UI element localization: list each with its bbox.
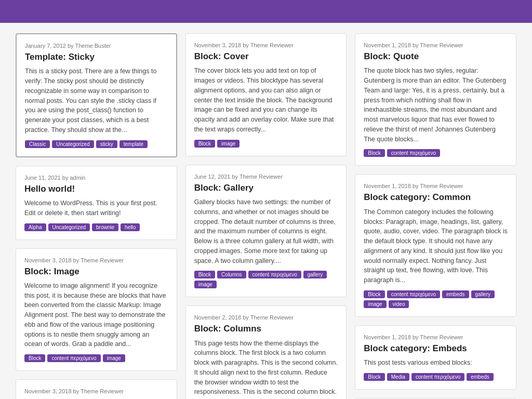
tag[interactable]: content περιχόμενο (387, 290, 440, 298)
tag[interactable]: Media (387, 373, 409, 381)
tag[interactable]: sticky (96, 140, 117, 148)
tag[interactable]: Uncategorized (52, 140, 94, 148)
main-content: January 7, 2012 by Theme BusterTemplate:… (0, 23, 532, 399)
card-block-image: November 3, 2018 by Theme ReviewerBlock:… (16, 248, 177, 371)
card-meta: January 7, 2012 by Theme Buster (25, 43, 168, 49)
tag[interactable]: Alpha (24, 223, 46, 231)
card-excerpt: The Common category includes the followi… (364, 207, 508, 285)
card-excerpt: The quote block has two styles, regular:… (364, 66, 508, 144)
card-meta: June 12, 2021 by Theme Reviewer (194, 174, 338, 180)
card-block-gallery: June 12, 2021 by Theme ReviewerBlock: Ga… (185, 165, 347, 298)
tag[interactable]: template (119, 140, 148, 148)
card-meta: November 1, 2018 by Theme Reviewer (364, 334, 508, 340)
card-tags: BlockColumnscontent περιχόμενοgalleryima… (194, 271, 338, 288)
tag[interactable]: Block (194, 140, 215, 148)
card-title[interactable]: Block: Image (24, 267, 168, 277)
card-meta: November 3, 2018 by Theme Reviewer (194, 42, 338, 48)
tag[interactable]: Block (364, 373, 384, 381)
tag[interactable]: Columns (217, 271, 246, 278)
tag[interactable]: gallery (471, 290, 495, 298)
card-meta: November 1, 2018 by Theme Reviewer (364, 183, 508, 189)
tag[interactable]: hello (121, 223, 140, 231)
card-title[interactable]: Block: Columns (194, 324, 338, 334)
card-title[interactable]: Block category: Embeds (364, 343, 508, 354)
tag[interactable]: image (103, 354, 125, 362)
card-tags: BlockMediacontent περιχόμενοembeds (364, 373, 508, 381)
card-excerpt: Welcome to image alignment! If you recog… (24, 281, 168, 349)
column-middle: November 3, 2018 by Theme ReviewerBlock:… (185, 33, 347, 399)
column-right: November 1, 2018 by Theme ReviewerBlock:… (355, 33, 516, 399)
card-meta: November 2, 2018 by Theme Reviewer (194, 314, 338, 321)
tag[interactable]: image (194, 281, 217, 288)
card-block-category-common: November 1, 2018 by Theme ReviewerBlock … (355, 174, 516, 316)
card-tags: Blockcontent περιχόμενοimage (24, 354, 168, 362)
tag[interactable]: brownie (92, 223, 118, 231)
card-hello-world: June 11, 2021 by adminHello world!Welcom… (16, 166, 177, 240)
main-nav (490, 7, 511, 16)
tag[interactable]: embeds (442, 290, 469, 298)
card-block-quote: November 1, 2018 by Theme ReviewerBlock:… (355, 33, 516, 166)
card-title[interactable]: Block: Gallery (194, 183, 338, 193)
card-title[interactable]: Block: Cover (194, 51, 338, 62)
card-title[interactable]: Block: Quote (364, 51, 508, 62)
card-template-sticky: January 7, 2012 by Theme BusterTemplate:… (16, 33, 177, 157)
tag[interactable]: content περιχόμενο (411, 373, 464, 381)
tag[interactable]: Block (194, 271, 215, 278)
tag[interactable]: gallery (303, 271, 327, 278)
card-excerpt: Gallery blocks have two settings: the nu… (194, 197, 338, 265)
tag[interactable]: content περιχόμενο (248, 271, 301, 278)
tag[interactable]: Block (24, 354, 45, 362)
tag[interactable]: Block (364, 290, 384, 298)
card-tags: Blockimage (194, 140, 338, 148)
card-excerpt: Welcome to WordPress. This is your first… (24, 198, 168, 218)
card-meta: November 1, 2018 by Theme Reviewer (364, 42, 508, 48)
card-block-category-embeds: November 1, 2018 by Theme ReviewerBlock … (355, 325, 516, 390)
card-title[interactable]: Block category: Common (364, 192, 508, 203)
tag[interactable]: embeds (467, 373, 494, 381)
site-header (0, 0, 532, 23)
card-block-button: November 3, 2018 by Theme ReviewerBlock:… (16, 379, 177, 399)
card-excerpt: The cover block lets you add text on top… (194, 66, 338, 134)
tag[interactable]: image (364, 300, 386, 308)
tag[interactable]: Block (364, 149, 384, 157)
card-excerpt: This post tests various embed blocks: (364, 358, 508, 368)
card-tags: AlphaUncategorizedbrowniehello (24, 223, 168, 231)
tag[interactable]: video (389, 300, 409, 308)
tag[interactable]: content περιχόμενο (387, 149, 440, 157)
card-block-columns: November 2, 2018 by Theme ReviewerBlock:… (185, 305, 347, 399)
card-meta: November 3, 2018 by Theme Reviewer (24, 388, 168, 394)
card-title[interactable]: Hello world! (24, 184, 168, 194)
card-meta: June 11, 2021 by admin (24, 175, 168, 181)
card-title[interactable]: Template: Sticky (25, 52, 168, 62)
card-excerpt: This is a sticky post. There are a few t… (25, 66, 168, 135)
card-tags: ClassicUncategorizedstickytemplate (25, 140, 168, 148)
column-left: January 7, 2012 by Theme BusterTemplate:… (16, 33, 177, 399)
tag[interactable]: Uncategorized (48, 223, 90, 231)
card-tags: Blockcontent περιχόμενο (364, 149, 508, 157)
card-block-cover: November 3, 2018 by Theme ReviewerBlock:… (185, 33, 347, 156)
tag[interactable]: Classic (25, 140, 50, 148)
card-tags: Blockcontent περιχόμενοembedsgalleryimag… (364, 290, 508, 308)
tag[interactable]: content περιχόμενο (47, 354, 100, 362)
tag[interactable]: image (217, 140, 240, 148)
card-meta: November 3, 2018 by Theme Reviewer (24, 257, 168, 263)
card-excerpt: This page tests how the theme displays t… (194, 339, 338, 399)
